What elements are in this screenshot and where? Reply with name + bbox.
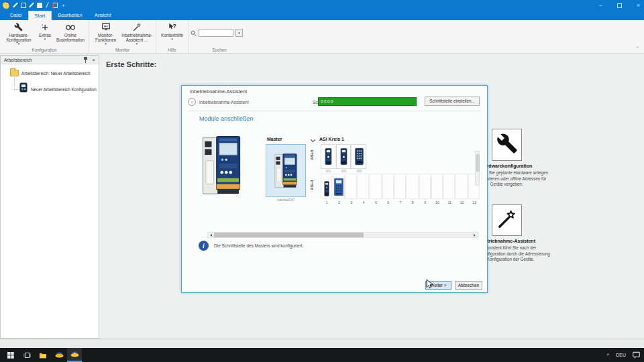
divider-icon [46,2,49,8]
configuration-device-icon [19,82,28,95]
panel-close-icon[interactable]: × [92,57,95,63]
asi3-slot-number: 2 [333,200,345,204]
search-input[interactable] [199,29,233,37]
asi5-module-card[interactable] [352,144,366,169]
asi3-slot[interactable] [321,174,332,199]
online-businformation-button[interactable]: Online Businformation [56,21,85,42]
asi3-slot[interactable] [333,174,344,199]
divider [189,111,482,111]
tab-datei[interactable]: Datei [4,11,28,20]
app-logo-icon [3,1,10,9]
maximize-button[interactable] [617,3,622,8]
asi3-slot[interactable] [431,174,443,199]
workspace-panel-title: Arbeitsbereich [4,58,32,62]
section-title: Module anschließen [199,115,254,122]
close-button[interactable]: × [637,0,640,11]
start-button[interactable] [4,348,17,362]
hardware-konfiguration-button[interactable]: Hardware-Konfiguration ▾ [3,21,34,45]
new-file-icon[interactable] [21,3,26,8]
dropdown-arrow-icon: ▾ [44,38,46,40]
ribbon-group-hilfe: ? Kontexthilfe ▾ Hilfe [156,20,189,53]
scrollbar-thumb[interactable] [214,233,364,237]
asi3-slot[interactable] [455,174,467,199]
asi3-slot[interactable] [382,174,394,199]
system-tray: ^ DEU [606,348,640,362]
minimize-button[interactable]: − [598,0,602,11]
inbetriebnahme-shortcut[interactable] [492,204,522,236]
app-icon-1[interactable] [52,348,66,362]
kontexthilfe-button[interactable]: ? Kontexthilfe ▾ [160,21,184,40]
plus-icon [41,21,49,33]
tree-item-workspace[interactable]: Arbeitsbereich: Neuer Arbeitsbereich [21,71,91,76]
asi3-slot[interactable] [345,174,357,199]
print-icon[interactable] [37,3,42,8]
tab-bearbeiten[interactable]: Bearbeiten [52,11,88,20]
inbetriebnahme-assistent-dialog: Inbetriebnahme-Assistent ‹ Inbetriebnahm… [181,85,488,293]
magic-wand-icon [133,21,142,33]
asi3-slot[interactable] [407,174,418,199]
pencil-icon[interactable] [29,3,34,8]
asi3-slot[interactable] [358,174,369,199]
asi3-slot-number: 6 [382,200,394,204]
asi5-module-address: 001 [321,170,336,173]
asi5-address-row: 001002003 [321,170,367,173]
edit-icon[interactable] [13,3,18,8]
window-controls: − × [598,0,640,11]
asi3-slot[interactable] [370,174,381,199]
notes-icon[interactable] [52,3,58,8]
quick-access-toolbar: ▾ [3,1,64,9]
wrench-icon [14,21,23,33]
file-explorer-icon[interactable] [36,348,50,362]
tab-start[interactable]: Start [28,11,52,20]
search-dropdown-button[interactable]: ▾ [235,29,243,37]
interface-settings-button[interactable]: Schnittstelle einstellen... [425,97,480,106]
inbetriebnahme-assistent-button[interactable]: Inbetriebnahme-Assistent ... ▾ [121,21,152,45]
tray-chevron-icon[interactable]: ^ [606,352,609,358]
magic-wand-icon [497,209,517,232]
circuit-label: ASi Kreis 1 [319,137,344,141]
notification-icon[interactable] [633,349,640,361]
dropdown-arrow-icon: ▾ [105,42,107,45]
vertical-scrollbar[interactable] [475,151,480,186]
master-label: Master [267,137,282,141]
asi5-module-address: 003 [352,170,367,173]
folder-icon [10,70,19,76]
asi3-slot[interactable] [419,174,431,199]
master-device-thumbnail [274,149,297,192]
asi3-slot-number: 9 [419,200,431,204]
help-pointer-icon: ? [168,21,177,33]
interface-value-field[interactable]: 0.0.0.0 [318,97,417,106]
task-view-button[interactable] [20,348,34,362]
status-bar [0,339,644,348]
taskbar: ^ DEU [0,348,644,362]
application-window: ▾ − × DateiStartBearbeitenAnsicht Hardwa… [0,0,644,362]
monitor-funktionen-button[interactable]: Monitor-Funktionen ▾ [93,21,119,45]
asi5-row-label: ASi-5 [310,149,314,160]
cancel-button[interactable]: Abbrechen [455,281,482,290]
language-indicator[interactable]: DEU [616,353,626,357]
qat-dropdown-icon[interactable]: ▾ [62,3,64,8]
asi3-slot[interactable] [443,174,455,199]
search-icon [191,27,197,39]
asi3-slot-number: 3 [345,200,358,204]
scroll-right-icon[interactable] [472,232,478,238]
asi3-slot[interactable] [394,174,406,199]
info-icon: i [199,241,209,251]
app-icon-2-active[interactable] [67,348,82,362]
dialog-back-label: Inbetriebnahme-Assistent [199,100,249,105]
tab-ansicht[interactable]: Ansicht [89,11,117,20]
extras-button[interactable]: Extras ▾ [37,21,53,40]
asi3-slot-number: 11 [443,200,455,204]
pin-icon[interactable] [83,57,88,63]
ribbon-collapse-icon[interactable]: ^ [636,45,639,51]
horizontal-scrollbar[interactable] [207,232,478,238]
hardwarekonfiguration-shortcut[interactable] [492,129,522,161]
master-card[interactable] [266,144,306,197]
asi5-module-card[interactable] [336,144,351,169]
chevron-down-icon[interactable] [311,137,315,142]
scroll-left-icon[interactable] [208,232,214,238]
dropdown-arrow-icon: ▾ [171,38,173,40]
asi5-module-card[interactable] [321,144,335,169]
tree-item-configuration[interactable]: Neuer Arbeitsbereich Konfiguration [31,87,97,92]
back-icon[interactable]: ‹ [188,98,196,106]
